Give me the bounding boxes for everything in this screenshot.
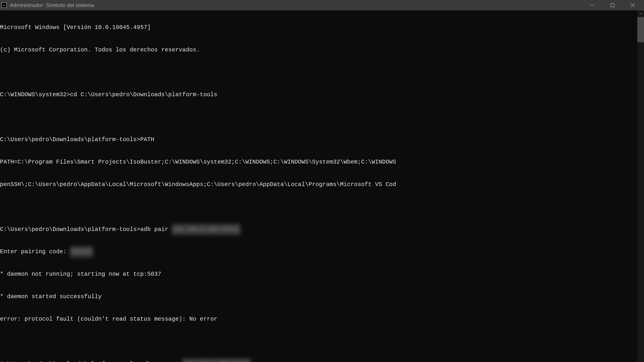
window-controls	[582, 0, 643, 10]
prompt: C:\Users\pedro\Downloads\platform-tools>	[0, 359, 140, 362]
banner-line: (c) Microsoft Corporation. Todos los der…	[0, 44, 644, 56]
banner-line: Microsoft Windows [Versión 10.0.19045.49…	[0, 22, 644, 33]
command-text: PATH	[140, 134, 154, 145]
command-text: adb pair	[140, 224, 172, 235]
command-line: C:\Users\pedro\Downloads\platform-tools>…	[0, 134, 644, 145]
minimize-button[interactable]	[582, 0, 602, 10]
blank-line	[0, 67, 644, 78]
output-line: * daemon not running; starting now at tc…	[0, 269, 644, 280]
svg-rect-3	[611, 3, 614, 7]
blank-line	[0, 336, 644, 347]
command-text: cd C:\Users\pedro\Downloads\platform-too…	[70, 89, 217, 100]
output-line: * daemon started successfully	[0, 291, 644, 302]
redacted-pairing-code: 856143	[70, 246, 93, 257]
command-line: C:\WINDOWS\system32>cd C:\Users\pedro\Do…	[0, 89, 644, 100]
output-line: penSSH\;C:\Users\pedro\AppData\Local\Mic…	[0, 179, 644, 190]
command-line: C:\Users\pedro\Downloads\platform-tools>…	[0, 359, 644, 362]
output-line: PATH=C:\Program Files\Smart Projects\Iso…	[0, 157, 644, 168]
blank-line	[0, 201, 644, 213]
vertical-scrollbar[interactable]	[637, 10, 644, 362]
window-title: Administrador: Símbolo del sistema	[10, 2, 582, 8]
command-text: adb connect	[140, 359, 182, 362]
pairing-code-prompt: Enter pairing code: 856143	[0, 246, 644, 257]
scrollbar-thumb[interactable]	[637, 17, 644, 42]
terminal-area[interactable]: Microsoft Windows [Versión 10.0.19045.49…	[0, 10, 644, 362]
error-line: error: protocol fault (couldn't read sta…	[0, 314, 644, 325]
pairing-code-label: Enter pairing code:	[0, 246, 70, 257]
maximize-button[interactable]	[602, 0, 622, 10]
prompt: C:\Users\pedro\Downloads\platform-tools>	[0, 224, 140, 235]
close-button[interactable]	[622, 0, 643, 10]
title-bar[interactable]: c:\ Administrador: Símbolo del sistema	[0, 0, 644, 10]
redacted-ip-port: 192.168.0.105:43721	[182, 359, 251, 362]
prompt: C:\Users\pedro\Downloads\platform-tools>	[0, 134, 140, 145]
command-line: C:\Users\pedro\Downloads\platform-tools>…	[0, 224, 644, 235]
redacted-ip-port: 192.168.0.105:43721	[172, 224, 240, 235]
command-prompt-window: c:\ Administrador: Símbolo del sistema M…	[0, 0, 644, 362]
scrollbar-up-arrow-icon[interactable]	[637, 10, 644, 17]
terminal-content[interactable]: Microsoft Windows [Versión 10.0.19045.49…	[0, 10, 644, 362]
cmd-app-icon: c:\	[1, 2, 7, 8]
prompt: C:\WINDOWS\system32>	[0, 89, 70, 100]
blank-line	[0, 112, 644, 123]
